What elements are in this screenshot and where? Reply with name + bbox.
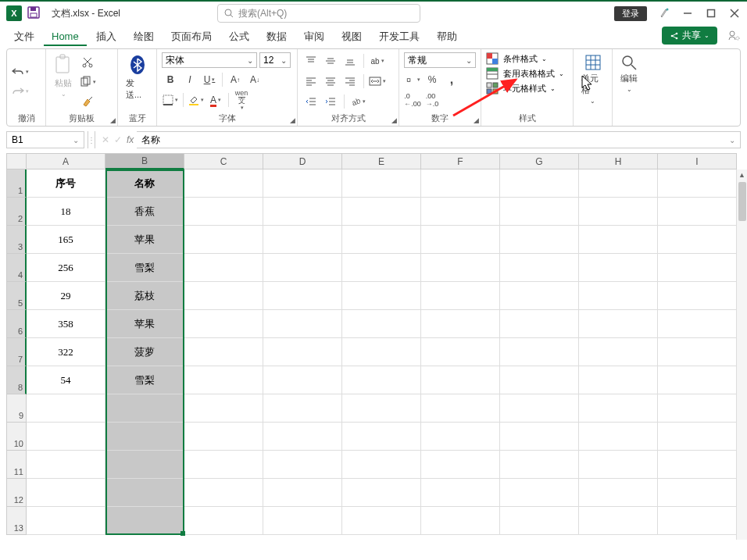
cell[interactable] xyxy=(658,282,737,310)
cell[interactable] xyxy=(658,169,737,198)
cell[interactable] xyxy=(184,198,263,226)
cell[interactable] xyxy=(184,366,263,394)
cell[interactable] xyxy=(421,507,500,535)
cell[interactable]: 18 xyxy=(27,198,105,226)
align-left-button[interactable] xyxy=(302,73,320,90)
cell[interactable] xyxy=(579,226,658,254)
tab-data[interactable]: 数据 xyxy=(259,27,295,46)
comments-icon[interactable] xyxy=(727,28,741,45)
cell[interactable] xyxy=(263,451,342,479)
cell[interactable] xyxy=(342,198,421,226)
fill-color-button[interactable] xyxy=(188,91,205,109)
row-header[interactable]: 7 xyxy=(6,338,27,366)
align-center-button[interactable] xyxy=(322,73,339,90)
underline-button[interactable]: U xyxy=(201,71,218,88)
cell[interactable] xyxy=(342,169,421,198)
bluetooth-send-button[interactable]: 发送... xyxy=(123,52,152,111)
cell[interactable]: 苹果 xyxy=(105,310,184,338)
undo-button[interactable] xyxy=(12,63,29,80)
cell[interactable] xyxy=(500,479,579,507)
borders-button[interactable] xyxy=(162,91,179,109)
cell[interactable]: 165 xyxy=(27,226,105,254)
format-as-table-button[interactable]: 套用表格格式 ⌄ xyxy=(486,67,568,80)
cell[interactable] xyxy=(263,507,342,535)
cell[interactable] xyxy=(500,423,579,451)
cell[interactable] xyxy=(500,310,579,338)
orientation-button[interactable]: ab xyxy=(349,93,366,110)
row-header[interactable]: 3 xyxy=(6,226,27,254)
cell[interactable] xyxy=(342,479,421,507)
row-header[interactable]: 8 xyxy=(6,366,27,394)
cell[interactable] xyxy=(658,310,737,338)
tab-developer[interactable]: 开发工具 xyxy=(371,27,427,46)
tab-formulas[interactable]: 公式 xyxy=(221,27,257,46)
cell[interactable] xyxy=(184,394,263,423)
cell[interactable] xyxy=(421,198,500,226)
cell[interactable] xyxy=(263,254,342,282)
cell[interactable] xyxy=(658,226,737,254)
cell[interactable]: 荔枝 xyxy=(105,282,184,310)
copy-button[interactable] xyxy=(79,73,96,91)
tab-insert[interactable]: 插入 xyxy=(88,27,124,46)
cell[interactable]: 54 xyxy=(27,366,105,394)
align-top-button[interactable] xyxy=(302,52,320,70)
cell[interactable] xyxy=(421,366,500,394)
cell-styles-button[interactable]: 单元格样式 ⌄ xyxy=(486,82,568,95)
tab-review[interactable]: 审阅 xyxy=(296,27,332,46)
cell[interactable]: 菠萝 xyxy=(105,338,184,366)
cell[interactable] xyxy=(184,254,263,282)
row-header[interactable]: 1 xyxy=(6,169,27,198)
decrease-decimal-button[interactable]: .00→.0 xyxy=(424,91,441,109)
cell[interactable] xyxy=(421,226,500,254)
cell[interactable] xyxy=(579,310,658,338)
cell[interactable] xyxy=(105,479,184,507)
cell[interactable] xyxy=(105,394,184,423)
name-box[interactable]: B1 xyxy=(6,131,84,148)
column-header[interactable]: I xyxy=(658,153,737,169)
cell[interactable] xyxy=(184,169,263,198)
cell[interactable]: 256 xyxy=(27,254,105,282)
merge-button[interactable] xyxy=(369,73,386,90)
cell[interactable] xyxy=(263,198,342,226)
tab-page-layout[interactable]: 页面布局 xyxy=(163,27,220,46)
cell[interactable] xyxy=(27,451,105,479)
mic-icon[interactable] xyxy=(658,7,670,20)
cell[interactable] xyxy=(105,507,184,535)
number-dialog-launcher[interactable]: ◢ xyxy=(474,116,479,124)
cell[interactable] xyxy=(184,226,263,254)
column-header[interactable]: B xyxy=(105,153,184,169)
cell[interactable] xyxy=(184,507,263,535)
cell[interactable] xyxy=(658,479,737,507)
fx-button[interactable]: fx xyxy=(127,134,134,145)
cell[interactable] xyxy=(658,507,737,535)
align-right-button[interactable] xyxy=(341,73,359,90)
cell[interactable] xyxy=(500,394,579,423)
cell[interactable] xyxy=(421,423,500,451)
row-header[interactable]: 13 xyxy=(6,507,27,535)
cell[interactable]: 雪梨 xyxy=(105,254,184,282)
select-all-corner[interactable] xyxy=(6,153,27,169)
cell[interactable] xyxy=(105,451,184,479)
clipboard-dialog-launcher[interactable]: ◢ xyxy=(110,116,116,124)
maximize-button[interactable] xyxy=(705,7,717,20)
cell[interactable] xyxy=(500,226,579,254)
cell[interactable] xyxy=(105,423,184,451)
cell[interactable] xyxy=(658,366,737,394)
cell[interactable] xyxy=(658,423,737,451)
cell[interactable] xyxy=(263,338,342,366)
cell[interactable] xyxy=(184,479,263,507)
decrease-indent-button[interactable] xyxy=(302,93,320,110)
scroll-thumb[interactable] xyxy=(738,182,746,221)
cell[interactable]: 322 xyxy=(27,338,105,366)
enter-formula-button[interactable]: ✓ xyxy=(114,134,122,145)
row-header[interactable]: 12 xyxy=(6,479,27,507)
tab-view[interactable]: 视图 xyxy=(334,27,370,46)
cell[interactable] xyxy=(342,254,421,282)
cell[interactable]: 苹果 xyxy=(105,226,184,254)
tab-file[interactable]: 文件 xyxy=(6,27,42,46)
cell[interactable] xyxy=(421,169,500,198)
align-middle-button[interactable] xyxy=(322,52,339,70)
cancel-formula-button[interactable]: ✕ xyxy=(102,134,109,145)
row-header[interactable]: 9 xyxy=(6,394,27,423)
cell[interactable] xyxy=(658,394,737,423)
